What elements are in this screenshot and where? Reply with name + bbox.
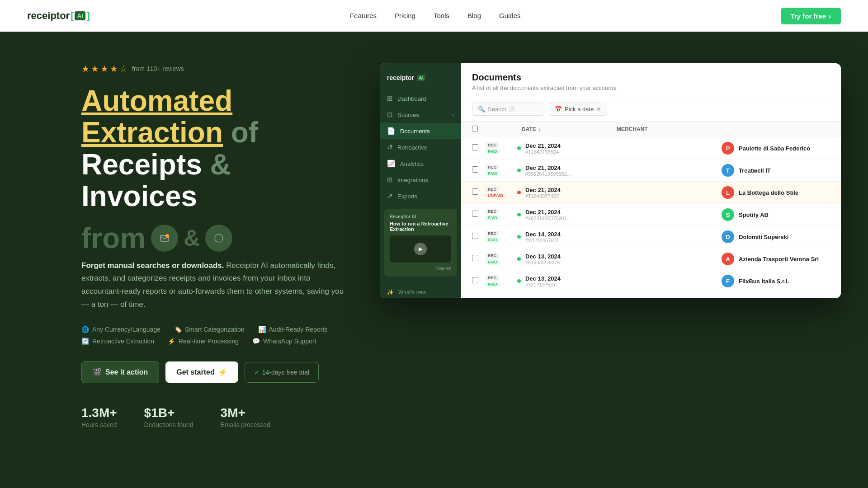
table-row[interactable]: REC PAID Dec 13, 2024 #3217197537 F Flix…: [461, 270, 841, 292]
star-5-half: ☆: [119, 63, 127, 74]
select-all-checkbox[interactable]: [472, 125, 481, 133]
play-button[interactable]: ▶: [414, 243, 427, 255]
row-check-input[interactable]: [472, 166, 478, 173]
merchant-name: Paulette di Saba Federico: [739, 145, 810, 152]
merchant-name: La Bottega dello Stile: [739, 189, 798, 196]
merchant-info: L La Bottega dello Stile: [722, 186, 830, 199]
sidebar-analytics-label: Analytics: [400, 160, 424, 167]
row-date: Dec 21, 2024: [525, 187, 717, 193]
merchant-avatar: D: [722, 230, 734, 243]
try-for-free-button[interactable]: Try for free ›: [781, 8, 841, 24]
merchant-avatar: L: [722, 186, 734, 199]
feature-currency: 🌐 Any Currency/Language: [81, 326, 160, 333]
date-info: Dec 21, 2024 #T1848877457: [525, 187, 717, 199]
table-row[interactable]: REC PAID Dec 21, 2024 #T1849736824 P Pau…: [461, 137, 841, 160]
stat-hours-num: 1.3M+: [81, 406, 117, 420]
hero-section: ★ ★ ★ ★ ☆ from 110+ reviews Automated Ex…: [0, 32, 868, 428]
sidebar-item-retroactive[interactable]: ↺ Retroactive: [380, 139, 461, 155]
sidebar-item-documents[interactable]: 📄 Documents: [380, 123, 461, 139]
table-row[interactable]: REC PAID Dec 13, 2024 #9193/4276075 A Az…: [461, 248, 841, 270]
svg-text:📞: 📞: [216, 235, 222, 242]
docs-header: Documents A list of all the documents ex…: [461, 63, 841, 97]
date-clear-icon[interactable]: ✕: [596, 106, 601, 113]
row-date: Dec 21, 2024: [525, 164, 717, 171]
status-dot: [517, 191, 521, 194]
merchant-avatar: T: [722, 164, 734, 177]
sort-icon: ↓: [538, 126, 541, 132]
hero-left: ★ ★ ★ ★ ☆ from 110+ reviews Automated Ex…: [81, 59, 353, 428]
row-check-input[interactable]: [472, 188, 478, 195]
dismiss-button[interactable]: Dismiss: [390, 266, 451, 271]
merchant-avatar: P: [722, 142, 734, 155]
status-dot: [517, 235, 521, 239]
table-row[interactable]: REC PAID Dec 14, 2024 #W5/12067601 D Dol…: [461, 226, 841, 248]
app-main: Documents A list of all the documents ex…: [461, 63, 841, 298]
merchant-avatar: A: [722, 253, 734, 265]
row-check-input[interactable]: [472, 233, 478, 239]
get-started-button[interactable]: Get started ⚡: [165, 361, 238, 383]
whats-new-item[interactable]: ✨ What's new: [380, 286, 461, 298]
nav-link-tools[interactable]: Tools: [434, 12, 449, 19]
sidebar-documents-label: Documents: [400, 128, 430, 135]
video-card: Receiptor AI How to run a Retroactive Ex…: [384, 209, 457, 277]
sidebar-item-integrations[interactable]: ⊞ Integrations: [380, 172, 461, 188]
star-3: ★: [100, 63, 108, 74]
logo-text: receiptor: [27, 10, 70, 22]
rec-badge: REC: [486, 187, 499, 192]
date-column-header[interactable]: DATE ↓: [522, 126, 612, 132]
retroactive-icon: 🔄: [81, 338, 89, 345]
feature-whatsapp-label: WhatsApp Support: [263, 338, 316, 345]
row-checkbox[interactable]: [472, 255, 481, 263]
see-action-button[interactable]: 🎬 See it action: [81, 361, 159, 383]
trial-label: 14-days free trial: [262, 369, 309, 376]
exports-icon: ↗: [387, 192, 393, 200]
svg-point-2: [165, 234, 169, 238]
status-dot: [517, 169, 521, 172]
stats-row: 1.3M+ Hours saved $1B+ Deductions found …: [81, 406, 353, 428]
date-picker[interactable]: 📅 Pick a date ✕: [549, 103, 607, 116]
merchant-header-label: MERCHANT: [617, 126, 648, 132]
table-row[interactable]: REC PAID Dec 21, 2024 #26221930370901...…: [461, 204, 841, 226]
date-info: Dec 14, 2024 #W5/12067601: [525, 231, 717, 243]
search-box[interactable]: 🔍 Search /: [472, 103, 544, 116]
rec-badge: REC: [486, 209, 499, 214]
search-placeholder: Search: [488, 106, 506, 113]
sidebar-item-exports[interactable]: ↗ Exports: [380, 188, 461, 204]
feature-realtime: ⚡ Real-time Processing: [168, 338, 239, 345]
row-checkbox[interactable]: [472, 211, 481, 219]
select-all-input[interactable]: [472, 126, 478, 131]
lightning-icon: ⚡: [218, 368, 227, 376]
sidebar-item-sources[interactable]: ⊡ Sources ›: [380, 107, 461, 123]
from-text: from: [81, 221, 146, 255]
sidebar-item-analytics[interactable]: 📈 Analytics: [380, 155, 461, 172]
row-checkbox[interactable]: [472, 277, 481, 285]
date-info: Dec 13, 2024 #9193/4276075: [525, 253, 717, 265]
row-checkbox[interactable]: [472, 144, 481, 152]
nav-link-blog[interactable]: Blog: [467, 12, 481, 19]
feature-reports: 📊 Audit-Ready Reports: [258, 326, 328, 333]
sidebar-item-dashboard[interactable]: ⊞ Dashboard: [380, 90, 461, 107]
row-checkbox[interactable]: [472, 166, 481, 174]
row-check-input[interactable]: [472, 255, 478, 261]
status-badge: REC PAID: [486, 275, 513, 287]
logo-bracket-close: ]: [86, 10, 90, 22]
app-screenshot: receiptor AI ⊞ Dashboard ⊡ Sources › 📄 D…: [380, 59, 787, 428]
nav-link-features[interactable]: Features: [350, 12, 377, 19]
paid-badge: PAID: [486, 259, 500, 265]
merchant-info: D Dolomiti Superski: [722, 230, 830, 243]
merchant-name: Dolomiti Superski: [739, 234, 789, 240]
row-id: #26221930370901...: [525, 216, 717, 221]
nav-link-pricing[interactable]: Pricing: [395, 12, 415, 19]
row-check-input[interactable]: [472, 144, 478, 150]
currency-icon: 🌐: [81, 326, 89, 333]
row-checkbox[interactable]: [472, 188, 481, 197]
row-check-input[interactable]: [472, 277, 478, 283]
table-row[interactable]: REC PAID Dec 21, 2024 #99926419595882...…: [461, 160, 841, 182]
row-checkbox[interactable]: [472, 233, 481, 241]
table-row[interactable]: REC UNPAID Dec 21, 2024 #T1848877457 L L…: [461, 182, 841, 204]
row-date: Dec 14, 2024: [525, 231, 717, 238]
row-check-input[interactable]: [472, 211, 478, 217]
free-trial-button[interactable]: ✓ 14-days free trial: [245, 362, 319, 383]
nav-link-guides[interactable]: Guides: [499, 12, 521, 19]
merchant-name: Spotify AB: [739, 211, 769, 218]
